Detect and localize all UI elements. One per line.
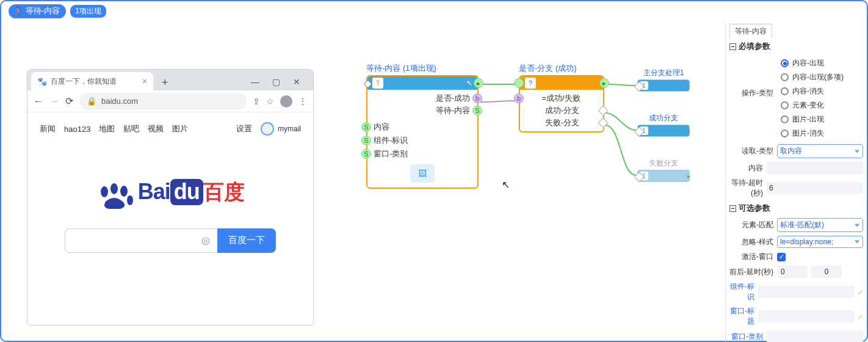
activate-window-checkbox[interactable] bbox=[777, 253, 786, 261]
forward-button[interactable]: → bbox=[49, 96, 59, 107]
mini-title: 成功分支 bbox=[637, 113, 690, 123]
canvas[interactable]: 🐾 百度一下，你就知道 × + — ▢ ✕ ← → ⟳ bbox=[1, 21, 725, 342]
back-button[interactable]: ← bbox=[34, 96, 43, 107]
svg-point-2 bbox=[120, 186, 128, 197]
chevron-right-icon: ▸ bbox=[687, 128, 690, 134]
node2-title: 是否-分支 (成功) bbox=[519, 63, 577, 74]
delay-after-input[interactable] bbox=[811, 266, 842, 278]
nav-link[interactable]: 新闻 bbox=[40, 123, 56, 134]
url-field[interactable]: 🔒 baidu.com bbox=[79, 93, 247, 110]
port-string-in[interactable]: S bbox=[361, 149, 371, 159]
app-root: 🚶 等待-内容 1项出现 🐾 百度一下，你就知道 × + — ▢ bbox=[0, 0, 868, 342]
search-button[interactable]: 百度一下 bbox=[217, 228, 276, 253]
comp-id-label: 组件-标识 bbox=[729, 282, 754, 302]
node2-exec-in[interactable] bbox=[514, 78, 524, 88]
radio-option[interactable]: 图片-消失 bbox=[777, 126, 863, 140]
port-branch-out[interactable] bbox=[598, 118, 609, 128]
panel-tab[interactable]: 等待-内容 bbox=[729, 24, 772, 38]
new-tab-button[interactable]: + bbox=[157, 75, 173, 90]
close-window-button[interactable]: ✕ bbox=[289, 77, 305, 87]
nav-link[interactable]: 贴吧 bbox=[123, 123, 139, 134]
node1-header[interactable]: T ↖ ▸ bbox=[367, 76, 477, 90]
svg-point-3 bbox=[127, 195, 133, 205]
logo-du: du bbox=[170, 179, 203, 205]
port-string-in[interactable]: S bbox=[361, 136, 371, 145]
search-input[interactable]: ◎ bbox=[65, 228, 217, 253]
mini-node-fail[interactable]: 失败分支 1▸ bbox=[637, 158, 690, 182]
url-text: baidu.com bbox=[101, 96, 138, 106]
radio-icon bbox=[781, 101, 789, 109]
branch-icon: ? bbox=[525, 78, 536, 89]
port-string-in[interactable]: S bbox=[361, 122, 371, 132]
settings-link[interactable]: 设置 bbox=[236, 123, 252, 134]
node-branch[interactable]: ? ▸ b=成功/失败 成功-分支 失败-分支 bbox=[519, 75, 604, 133]
port-bool-in[interactable]: b bbox=[514, 93, 524, 103]
nav-link[interactable]: hao123 bbox=[64, 125, 90, 134]
profile-icon[interactable] bbox=[280, 95, 292, 107]
content-label: 内容 bbox=[729, 163, 763, 173]
ignore-style-label: 忽略-样式 bbox=[729, 237, 773, 247]
edit-icon[interactable] bbox=[858, 312, 863, 321]
baidu-topnav: 新闻 hao123 地图 贴吧 视频 图片 设置 mymail bbox=[40, 122, 301, 136]
close-tab-icon[interactable]: × bbox=[142, 76, 147, 86]
win-title-input[interactable] bbox=[758, 310, 855, 322]
port-branch-out[interactable] bbox=[598, 106, 609, 116]
port-bool[interactable]: b bbox=[472, 93, 482, 103]
radio-option[interactable]: 元素-变化 bbox=[777, 98, 863, 112]
image-placeholder-icon: 🖼 bbox=[410, 164, 435, 183]
mini-node-success[interactable]: 成功分支 1▸ bbox=[637, 113, 690, 137]
delay-before-input[interactable] bbox=[777, 266, 808, 278]
share-icon[interactable]: ⇪ bbox=[253, 96, 260, 106]
edit-icon[interactable] bbox=[858, 288, 863, 296]
paw-icon: 🐾 bbox=[37, 77, 47, 86]
read-type-select[interactable]: 取内容 bbox=[777, 144, 863, 158]
node1-exec-out[interactable]: ▸ bbox=[474, 78, 483, 88]
nav-link[interactable]: 图片 bbox=[172, 123, 188, 134]
op-type-label: 操作-类型 bbox=[729, 56, 773, 98]
menu-icon[interactable]: ⋮ bbox=[298, 96, 307, 106]
node1-icon: T bbox=[372, 78, 383, 89]
nav-link[interactable]: 地图 bbox=[99, 123, 115, 134]
ignore-style-select[interactable]: le=display:none; bbox=[777, 236, 863, 248]
main-area: 🐾 百度一下，你就知道 × + — ▢ ✕ ← → ⟳ bbox=[1, 21, 867, 342]
camera-icon[interactable]: ◎ bbox=[201, 235, 210, 246]
reload-button[interactable]: ⟳ bbox=[65, 95, 73, 107]
radio-option[interactable]: 内容-出现 bbox=[777, 56, 863, 70]
maximize-button[interactable]: ▢ bbox=[268, 77, 284, 87]
element-match-select[interactable]: 标准-匹配(默) bbox=[777, 218, 863, 232]
radio-option[interactable]: 图片-出现 bbox=[777, 112, 863, 126]
radio-option[interactable]: 内容-消失 bbox=[777, 84, 863, 98]
node2-exec-out[interactable]: ▸ bbox=[599, 78, 609, 88]
port-string[interactable]: S bbox=[472, 106, 482, 115]
wait-timeout-input[interactable] bbox=[767, 182, 863, 194]
comp-id-input[interactable] bbox=[758, 286, 855, 298]
in-content: 内容 bbox=[374, 122, 389, 133]
section-optional[interactable]: −可选参数 bbox=[726, 200, 867, 216]
node2-header[interactable]: ? ▸ bbox=[520, 76, 603, 90]
walk-icon: 🚶 bbox=[13, 7, 23, 16]
user-avatar[interactable]: mymail bbox=[261, 122, 301, 136]
username: mymail bbox=[278, 125, 301, 133]
win-title-label: 窗口-标题 bbox=[729, 306, 754, 327]
node1-input-port[interactable] bbox=[363, 79, 372, 88]
content-input[interactable] bbox=[767, 162, 863, 174]
star-icon[interactable]: ☆ bbox=[266, 96, 274, 106]
out-fail-branch: 失败-分支 bbox=[545, 117, 579, 128]
badge-text: 等待-内容 bbox=[26, 5, 60, 16]
properties-panel: 等待-内容 −必填参数 操作-类型 内容-出现 内容-出现(多项) 内容-消失 … bbox=[725, 21, 867, 342]
mini-node-main[interactable]: 主分支处理1 1▸ bbox=[637, 68, 690, 92]
nav-link[interactable]: 视频 bbox=[148, 123, 164, 134]
node-wait-content[interactable]: T ↖ ▸ 是否-成功b 等待-内容S S内容 S组件-标识 S窗口-类别 🖼 bbox=[366, 75, 479, 189]
out-content: 等待-内容 bbox=[436, 105, 470, 116]
in-comp-id: 组件-标识 bbox=[374, 135, 408, 146]
radio-icon bbox=[781, 115, 789, 123]
minimize-button[interactable]: — bbox=[247, 77, 263, 87]
activate-window-label: 激活-窗口 bbox=[729, 252, 773, 262]
section-required[interactable]: −必填参数 bbox=[726, 38, 867, 54]
radio-icon bbox=[781, 59, 789, 67]
radio-icon bbox=[781, 87, 789, 95]
win-class-input[interactable] bbox=[767, 330, 863, 342]
browser-tab-active[interactable]: 🐾 百度一下，你就知道 × bbox=[31, 72, 153, 90]
element-match-label: 元素-匹配 bbox=[729, 220, 773, 230]
radio-option[interactable]: 内容-出现(多项) bbox=[777, 70, 863, 84]
